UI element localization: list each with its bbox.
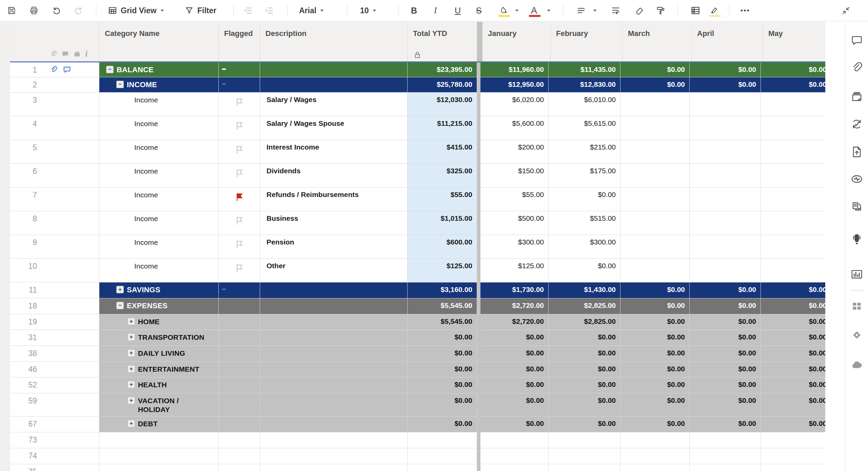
cell-feb[interactable]: $0.00 [549,377,620,393]
cell-may[interactable]: $0.00 [761,393,825,416]
cell-total-ytd[interactable]: $5,545.00 [408,314,477,330]
cell-apr[interactable] [690,93,761,116]
cell-jan[interactable]: $12,950.00 [480,77,549,93]
cell-description[interactable] [260,377,408,393]
row-number[interactable]: 18 [0,298,99,314]
cell-total-ytd[interactable]: $0.00 [408,377,477,393]
cell-flagged[interactable] [219,346,260,362]
cell-total-ytd[interactable]: $23,395.00 [408,62,477,77]
row-number[interactable]: 1 [0,62,99,77]
row-gutter-header[interactable]: i [0,22,99,61]
cell-apr[interactable] [690,448,761,464]
cell-flagged[interactable] [219,282,260,298]
clear-format-button[interactable] [635,0,644,21]
cell-mar[interactable] [620,464,690,471]
cell-jan[interactable]: $0.00 [480,330,549,346]
cell-feb[interactable] [549,448,620,464]
cell-mar[interactable]: $0.00 [620,314,690,330]
cell-category[interactable]: Income [99,164,219,188]
cell-category[interactable]: Income [99,93,219,116]
cell-may[interactable]: $0.00 [761,298,825,314]
flag-icon-red[interactable] [219,188,260,202]
cell-flagged[interactable] [219,235,260,259]
cell-description[interactable]: Other [260,259,408,282]
cell-mar[interactable]: $0.00 [620,393,690,416]
cell-flagged[interactable] [219,164,260,188]
row-number[interactable]: 38 [0,346,99,362]
sidebar-whats-new-icon[interactable] [850,233,863,246]
cell-may[interactable] [761,464,825,471]
cell-format-button[interactable] [690,0,701,21]
cell-feb[interactable]: $0.00 [549,259,620,282]
sidebar-charts-icon[interactable] [850,268,863,281]
cell-apr[interactable]: $0.00 [690,362,761,377]
cell-feb[interactable]: $2,825.00 [549,314,620,330]
column-header-ytd[interactable]: Total YTD [408,22,477,61]
redo-button[interactable] [74,0,83,21]
cell-category[interactable]: +HOME [99,314,219,330]
cell-mar[interactable] [620,188,690,211]
cell-flagged[interactable] [219,362,260,377]
cell-apr[interactable] [690,211,761,235]
cell-apr[interactable] [690,235,761,259]
strikethrough-button[interactable]: S [476,0,482,21]
cell-description[interactable] [260,282,408,298]
cell-jan[interactable]: $2,720.00 [480,314,549,330]
cell-jan[interactable]: $1,730.00 [480,282,549,298]
sidebar-connectors-icon[interactable] [850,359,863,372]
more-options-button[interactable] [740,0,750,21]
cell-jan[interactable]: $2,720.00 [480,298,549,314]
cell-feb[interactable]: $0.00 [549,362,620,377]
fill-color-caret[interactable] [515,0,519,21]
cell-flagged[interactable] [219,77,260,93]
font-size-select[interactable]: 10 [360,0,377,21]
cell-feb[interactable] [549,464,620,471]
column-header-feb[interactable]: February [551,22,623,61]
frozen-pane-divider[interactable] [477,22,482,61]
cell-mar[interactable] [620,116,690,140]
cell-apr[interactable] [690,432,761,448]
cell-apr[interactable] [690,464,761,471]
cell-feb[interactable]: $0.00 [549,330,620,346]
cell-description[interactable]: Dividends [260,164,408,188]
cell-category[interactable]: +DEBT [99,416,219,432]
row-number[interactable]: 31 [0,330,99,346]
row-number[interactable]: 8 [0,211,99,235]
cell-mar[interactable]: $0.00 [620,346,690,362]
cell-mar[interactable]: $0.00 [620,62,690,77]
column-header-description[interactable]: Description [260,22,408,61]
row-attachment-icon[interactable] [50,65,58,74]
cell-total-ytd[interactable]: $0.00 [408,330,477,346]
cell-mar[interactable] [620,448,690,464]
cell-category[interactable]: Income [99,140,219,164]
cell-category[interactable]: Income [99,116,219,140]
expand-button[interactable]: + [127,333,135,341]
cell-category[interactable]: Income [99,259,219,282]
cell-jan[interactable]: $55.00 [480,188,549,211]
cell-feb[interactable] [549,432,620,448]
cell-category[interactable]: +DAILY LIVING [99,346,219,362]
column-header-category[interactable]: Category Name [99,22,219,61]
cell-mar[interactable]: $0.00 [620,377,690,393]
cell-category[interactable]: +SAVINGS [99,282,219,298]
cell-total-ytd[interactable] [408,432,477,448]
cell-may[interactable] [761,116,825,140]
cell-flagged[interactable] [219,330,260,346]
cell-category[interactable]: −EXPENSES [99,298,219,314]
bold-button[interactable]: B [411,0,417,21]
cell-flagged[interactable] [219,448,260,464]
expand-button[interactable]: + [127,420,135,427]
cell-mar[interactable]: $0.00 [620,416,690,432]
sidebar-premium-apps-icon[interactable] [850,329,863,341]
column-header-may[interactable]: May [763,22,825,61]
cell-flagged[interactable] [219,464,260,471]
cell-flagged[interactable] [219,393,260,416]
cell-may[interactable]: $0.00 [761,282,825,298]
cell-may[interactable] [761,448,825,464]
cell-description[interactable] [260,314,408,330]
cell-category[interactable]: +TRANSPORTATION [99,330,219,346]
row-comment-icon[interactable] [63,65,71,74]
cell-description[interactable] [260,62,408,77]
sidebar-activity-log-icon[interactable] [850,173,863,185]
cell-description[interactable]: Pension [260,235,408,259]
